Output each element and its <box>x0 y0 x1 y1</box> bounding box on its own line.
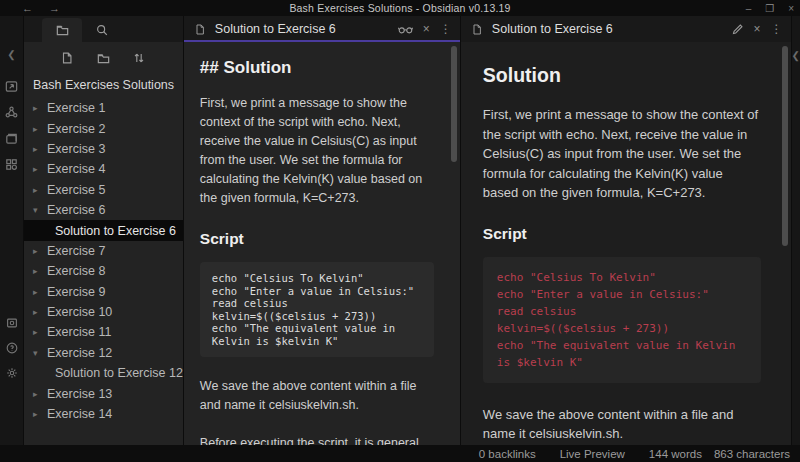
word-count: 144 words <box>649 448 702 460</box>
backlinks-count[interactable]: 0 backlinks <box>479 448 536 460</box>
tree-item-exercise-3[interactable]: ▸Exercise 3 <box>24 139 183 159</box>
graph-view-icon[interactable] <box>0 100 24 124</box>
collapse-arrow-icon[interactable]: ▸ <box>33 389 47 399</box>
more-options-icon[interactable]: ⋮ <box>440 22 452 36</box>
expand-right-sidebar-icon[interactable]: ❮ <box>792 50 800 445</box>
tree-item-exercise-9[interactable]: ▸Exercise 9 <box>24 282 183 302</box>
editor-content[interactable]: ## Solution First, we print a message to… <box>184 42 460 445</box>
tree-item-exercise-14[interactable]: ▸Exercise 14 <box>24 404 183 424</box>
toggle-edit-pencil-icon[interactable] <box>731 23 744 36</box>
tree-item-label: Solution to Exercise 6 <box>55 224 176 238</box>
tree-item-exercise-5[interactable]: ▸Exercise 5 <box>24 180 183 200</box>
sort-order-icon[interactable] <box>128 47 150 69</box>
document-icon <box>471 23 483 36</box>
maximize-button[interactable]: ❐ <box>765 3 774 14</box>
editor-paragraph-1: First, we print a message to show the co… <box>200 94 434 208</box>
collapse-arrow-icon[interactable]: ▸ <box>33 266 47 276</box>
collapse-arrow-icon[interactable]: ▸ <box>33 409 47 419</box>
collapse-arrow-icon[interactable]: ▸ <box>33 307 47 317</box>
expand-arrow-icon[interactable]: ▾ <box>33 205 47 215</box>
preview-heading-script: Script <box>483 225 761 243</box>
tree-item-label: Exercise 12 <box>47 346 112 360</box>
tree-item-exercise-10[interactable]: ▸Exercise 10 <box>24 302 183 322</box>
tree-item-label: Exercise 13 <box>47 387 112 401</box>
preview-tab-title[interactable]: Solution to Exercise 6 <box>492 22 731 36</box>
tree-item-label: Exercise 5 <box>47 183 105 197</box>
tree-item-label: Exercise 1 <box>47 101 105 115</box>
window-title: Bash Exercises Solutions - Obsidian v0.1… <box>0 2 800 14</box>
preview-pane-header: Solution to Exercise 6 × ⋮ <box>461 16 791 42</box>
collapse-arrow-icon[interactable]: ▸ <box>33 287 47 297</box>
collapse-arrow-icon[interactable]: ▸ <box>33 144 47 154</box>
toggle-preview-glasses-icon[interactable] <box>398 24 413 35</box>
file-tree: ▸Exercise 1 ▸Exercise 2 ▸Exercise 3 ▸Exe… <box>24 98 183 445</box>
tree-item-exercise-7[interactable]: ▸Exercise 7 <box>24 241 183 261</box>
tree-item-solution-12[interactable]: Solution to Exercise 12 <box>24 363 183 383</box>
editor-tab-title[interactable]: Solution to Exercise 6 <box>215 22 398 36</box>
editor-paragraph-2: We save the above content within a file … <box>200 377 434 415</box>
collapse-arrow-icon[interactable]: ▸ <box>33 327 47 337</box>
collapse-arrow-icon[interactable]: ▸ <box>33 185 47 195</box>
titlebar: ← → Bash Exercises Solutions - Obsidian … <box>0 0 800 16</box>
editor-scrollbar[interactable] <box>451 46 457 162</box>
preview-paragraph-1: First, we print a message to show the co… <box>483 105 761 203</box>
tree-item-label: Exercise 7 <box>47 244 105 258</box>
new-folder-icon[interactable] <box>92 47 114 69</box>
tree-item-exercise-4[interactable]: ▸Exercise 4 <box>24 159 183 179</box>
collapse-arrow-icon[interactable]: ▸ <box>33 124 47 134</box>
preview-heading-solution: Solution <box>483 64 761 87</box>
tree-item-label: Exercise 11 <box>47 325 111 339</box>
preview-code-block: echo "Celsius To Kelvin" echo "Enter a v… <box>483 257 761 383</box>
close-window-button[interactable]: × <box>788 3 794 14</box>
new-note-icon[interactable] <box>56 47 78 69</box>
close-pane-icon[interactable]: × <box>754 22 761 36</box>
preview-content[interactable]: Solution First, we print a message to sh… <box>461 42 791 445</box>
collapse-arrow-icon[interactable]: ▸ <box>33 164 47 174</box>
tree-item-exercise-12[interactable]: ▾Exercise 12 <box>24 343 183 363</box>
editor-mode-indicator[interactable]: Live Preview <box>560 448 625 460</box>
tree-item-label: Exercise 9 <box>47 285 105 299</box>
tree-item-exercise-13[interactable]: ▸Exercise 13 <box>24 383 183 403</box>
preview-pane: Solution to Exercise 6 × ⋮ Solution Firs… <box>461 16 791 445</box>
daily-note-icon[interactable] <box>0 126 24 150</box>
editor-pane: Solution to Exercise 6 × ⋮ ## Solution F… <box>184 16 461 445</box>
tree-item-exercise-6[interactable]: ▾Exercise 6 <box>24 200 183 220</box>
right-ribbon: ❮ <box>791 16 800 445</box>
tree-item-exercise-8[interactable]: ▸Exercise 8 <box>24 261 183 281</box>
minimize-button[interactable]: – <box>746 3 752 14</box>
close-pane-icon[interactable]: × <box>423 22 430 36</box>
tree-item-exercise-1[interactable]: ▸Exercise 1 <box>24 98 183 118</box>
tree-item-exercise-2[interactable]: ▸Exercise 2 <box>24 118 183 138</box>
tree-item-label: Exercise 2 <box>47 122 105 136</box>
preview-scrollbar[interactable] <box>782 46 788 246</box>
tab-file-explorer[interactable] <box>42 18 82 42</box>
collapse-arrow-icon[interactable]: ▸ <box>33 103 47 113</box>
tab-search[interactable] <box>82 18 122 42</box>
tree-item-label: Solution to Exercise 12 <box>55 366 183 380</box>
character-count: 863 characters <box>714 448 790 460</box>
collapse-arrow-icon[interactable]: ▸ <box>33 246 47 256</box>
vault-title[interactable]: Bash Exercises Solutions <box>24 74 183 98</box>
document-icon <box>194 23 206 36</box>
tree-item-exercise-11[interactable]: ▸Exercise 11 <box>24 322 183 342</box>
quick-switcher-icon[interactable] <box>0 74 24 98</box>
tree-item-solution-6[interactable]: Solution to Exercise 6 <box>24 220 183 240</box>
status-bar: 0 backlinks Live Preview 144 words 863 c… <box>0 445 800 462</box>
sidebar-tab-strip <box>24 16 183 42</box>
explorer-toolbar <box>24 42 183 74</box>
expand-arrow-icon[interactable]: ▾ <box>33 348 47 358</box>
vault-switcher-icon[interactable] <box>0 311 24 335</box>
collapse-left-sidebar-icon[interactable]: ❮ <box>0 42 24 66</box>
history-forward-icon[interactable]: → <box>49 2 60 14</box>
tree-item-label: Exercise 8 <box>47 264 105 278</box>
editor-paragraph-3: Before executing the script, it is gener… <box>200 434 434 445</box>
command-palette-icon[interactable] <box>0 152 24 176</box>
help-icon[interactable] <box>0 336 24 360</box>
file-explorer-panel: Bash Exercises Solutions ▸Exercise 1 ▸Ex… <box>24 16 184 445</box>
obsidian-window: ← → Bash Exercises Solutions - Obsidian … <box>0 0 800 462</box>
more-options-icon[interactable]: ⋮ <box>771 22 783 36</box>
settings-gear-icon[interactable] <box>0 361 24 385</box>
history-back-icon[interactable]: ← <box>22 2 33 14</box>
left-ribbon: ❮ <box>0 16 24 445</box>
editor-pane-header: Solution to Exercise 6 × ⋮ <box>184 16 460 42</box>
